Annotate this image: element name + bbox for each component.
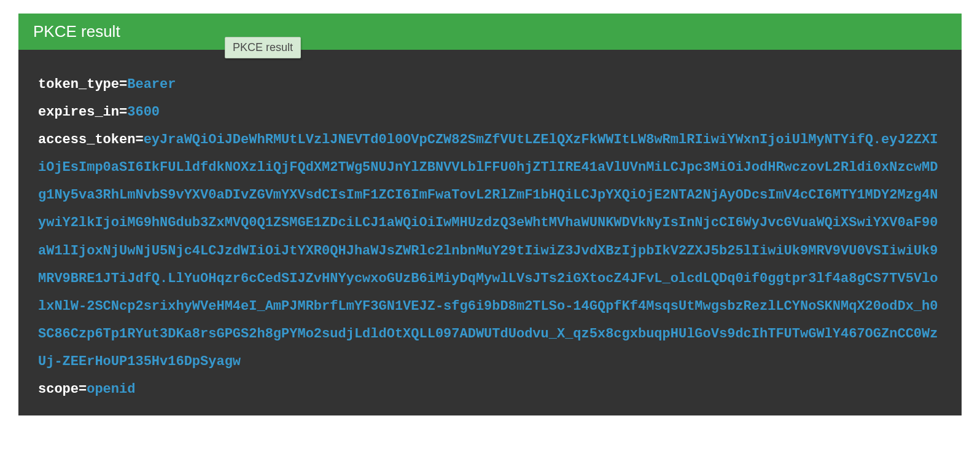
result-value: Bearer [127,77,176,92]
panel-header: PKCE result PKCE result [18,14,962,50]
tooltip-text: PKCE result [233,41,293,53]
result-value: openid [87,382,135,397]
panel-title: PKCE result [33,22,120,41]
equals-sign: = [119,77,127,92]
result-key: token_type [38,77,119,92]
kv-line: expires_in=3600 [38,98,942,126]
kv-line: access_token=eyJraWQiOiJDeWhRMUtLVzlJNEV… [38,126,942,375]
panel-body: token_type=Bearer expires_in=3600 access… [18,50,962,415]
result-key: expires_in [38,104,119,120]
equals-sign: = [135,132,143,147]
result-key: scope [38,382,79,397]
kv-line: scope=openid [38,375,942,403]
tooltip: PKCE result [225,37,301,58]
equals-sign: = [79,382,87,397]
pkce-result-panel: PKCE result PKCE result token_type=Beare… [18,14,962,415]
result-key: access_token [38,132,135,147]
result-value: 3600 [127,104,160,120]
equals-sign: = [119,104,127,120]
kv-line: token_type=Bearer [38,71,942,98]
result-value: eyJraWQiOiJDeWhRMUtLVzlJNEVTd0l0OVpCZW82… [38,132,938,369]
